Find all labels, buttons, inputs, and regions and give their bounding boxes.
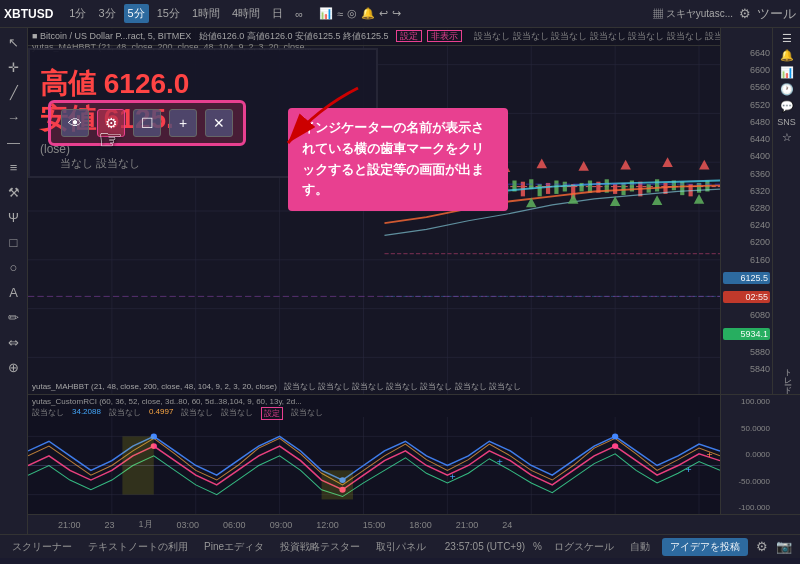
circle-tool[interactable]: ○ [7, 257, 21, 278]
price-current: 6125.5 [723, 272, 770, 284]
textnote-btn[interactable]: テキストノートの利用 [84, 539, 192, 555]
price-6280: 6280 [723, 203, 770, 213]
crosshair-tool[interactable]: ✛ [5, 57, 22, 78]
rect-tool[interactable]: □ [7, 232, 21, 253]
brush-tool[interactable]: ✏ [5, 307, 22, 328]
price-6400: 6400 [723, 151, 770, 161]
lower-price-100: 100.000 [723, 397, 770, 406]
price-6440: 6440 [723, 134, 770, 144]
svg-rect-47 [546, 183, 550, 194]
svg-text:+: + [706, 449, 712, 460]
svg-rect-46 [538, 184, 542, 196]
tf-d[interactable]: 日 [268, 4, 287, 23]
redo-icon[interactable]: ↪ [392, 7, 401, 20]
pine-editor-btn[interactable]: Pineエディタ [200, 539, 268, 555]
time-1500: 15:00 [363, 520, 386, 530]
right-toolbar: ☰ 🔔 📊 🕐 💬 SNS ☆ トレード [772, 28, 800, 394]
tf-4h[interactable]: 4時間 [228, 4, 264, 23]
tf-3m[interactable]: 3分 [94, 4, 119, 23]
time-1200: 12:00 [316, 520, 339, 530]
indicator-label-overlay: yutas_MAHBBT (21, 48, close, 200, close,… [32, 381, 521, 392]
svg-rect-106 [322, 470, 353, 499]
screener-btn[interactable]: スクリーナー [8, 539, 76, 555]
price-6560: 6560 [723, 82, 770, 92]
trade-panel-btn[interactable]: 取引パネル [372, 539, 430, 555]
zoom-tool[interactable]: ⊕ [5, 357, 22, 378]
tools-label[interactable]: ツール [757, 5, 796, 23]
lower-price-axis: 100.000 50.0000 0.0000 -50.0000 -100.000 [720, 395, 772, 514]
time-24: 24 [502, 520, 512, 530]
lower-price-0: 0.0000 [723, 450, 770, 459]
fib-tool[interactable]: Ψ [5, 207, 22, 228]
svg-rect-105 [122, 436, 153, 494]
svg-rect-52 [588, 181, 592, 193]
time-23: 23 [105, 520, 115, 530]
time-2100: 21:00 [58, 520, 81, 530]
undo-icon[interactable]: ↩ [379, 7, 388, 20]
price-6240: 6240 [723, 220, 770, 230]
lower-right-toolbar [772, 395, 800, 514]
big-high-label: 高値 6126.0 [40, 65, 189, 103]
settings-icon[interactable]: ⚙ [739, 6, 751, 21]
tf-5m[interactable]: 5分 [124, 4, 149, 23]
svg-marker-80 [652, 195, 662, 205]
tf-1m[interactable]: 1分 [65, 4, 90, 23]
measure-tool[interactable]: ⇔ [5, 332, 22, 353]
rt-chart-icon[interactable]: 📊 [780, 66, 794, 79]
price-6080: 6080 [723, 310, 770, 320]
post-idea-btn[interactable]: アイデアを投稿 [662, 538, 748, 556]
camera-icon[interactable]: 📷 [776, 539, 792, 554]
lower-val-1: 34.2088 [72, 407, 101, 420]
channel-tool[interactable]: ≡ [7, 157, 21, 178]
cursor-tool[interactable]: ↖ [5, 32, 22, 53]
svg-marker-74 [699, 160, 709, 170]
time-axis: 21:00 23 1月 03:00 06:00 09:00 12:00 15:0… [28, 514, 800, 534]
log-scale-btn[interactable]: ログスケール [550, 539, 618, 555]
svg-text:+: + [450, 471, 456, 482]
rt-alert-icon[interactable]: 🔔 [780, 49, 794, 62]
close-btn[interactable]: ✕ [205, 109, 233, 137]
lower-lbl-1: 設当なし [32, 407, 64, 420]
svg-marker-72 [620, 160, 630, 170]
svg-text:+: + [685, 465, 691, 476]
svg-marker-81 [694, 194, 704, 204]
lower-chart: yutas_CustomRCI (60, 36, 52, close, 3d..… [28, 395, 720, 514]
compare-icon: ≈ [337, 8, 343, 20]
rt-trade-label[interactable]: トレード [781, 363, 792, 390]
price-axis: 6640 6600 6560 6520 6480 6440 6400 6360 … [720, 28, 772, 394]
lower-lbl-3: 設当なし [181, 407, 213, 420]
pitchfork-tool[interactable]: ⚒ [5, 182, 23, 203]
settings-badge[interactable]: 設定 [396, 30, 422, 42]
rt-sns-label: SNS [777, 117, 796, 127]
ray-tool[interactable]: → [4, 107, 23, 128]
lower-settings-badge[interactable]: 設定 [261, 407, 283, 420]
pin-btn[interactable]: ☐ [133, 109, 161, 137]
price-5934: 5934.1 [723, 328, 770, 340]
trend-tool[interactable]: ╱ [7, 82, 21, 103]
lower-val-2: 0.4997 [149, 407, 173, 420]
price-6160: 6160 [723, 255, 770, 265]
settings-gear-icon[interactable]: ⚙ [756, 539, 768, 554]
text-tool[interactable]: A [6, 282, 21, 303]
strategy-tester-btn[interactable]: 投資戦略テスター [276, 539, 364, 555]
lower-price-neg50: -50.0000 [723, 477, 770, 486]
annotation-arrow-svg [258, 78, 378, 158]
indicator-toolbar-overlay: 👁 ⚙ ☐ + ✕ [48, 100, 246, 146]
rt-menu-icon[interactable]: ☰ [782, 32, 792, 45]
lower-labels-row: 設当なし 34.2088 設当なし 0.4997 設当なし 設当なし 設定 設当… [32, 407, 323, 420]
hline-tool[interactable]: — [4, 132, 23, 153]
indicator-ma-label: yutas_MAHBBT (21, 48, close, 200, close,… [32, 382, 521, 391]
price-6480: 6480 [723, 117, 770, 127]
alert-icon: 🔔 [361, 7, 375, 20]
tf-15m[interactable]: 15分 [153, 4, 184, 23]
rt-star-icon[interactable]: ☆ [782, 131, 792, 144]
rt-bell-icon[interactable]: 🕐 [780, 83, 794, 96]
tf-more[interactable]: ∞ [291, 6, 307, 22]
rt-msg-icon[interactable]: 💬 [780, 100, 794, 113]
auto-btn[interactable]: 自動 [626, 539, 654, 555]
hide-badge[interactable]: 非表示 [427, 30, 462, 42]
visibility-btn[interactable]: 👁 [61, 109, 89, 137]
info-labels: 設当なし 設当なし 設当なし 設当なし 設当なし 設当なし 設当なし [474, 31, 720, 41]
tf-1h[interactable]: 1時間 [188, 4, 224, 23]
add-btn[interactable]: + [169, 109, 197, 137]
